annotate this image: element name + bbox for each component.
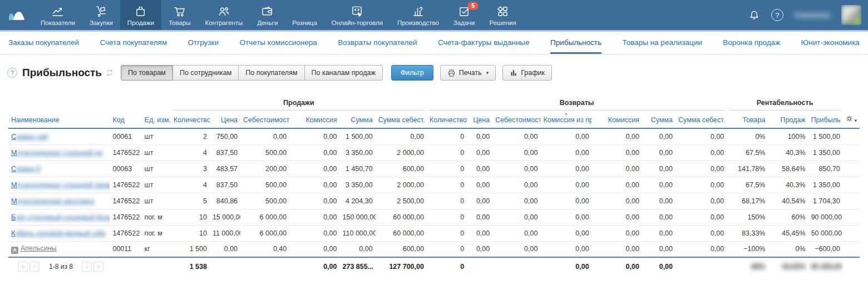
nav-item-goods[interactable]: Товары xyxy=(161,0,198,30)
column-header[interactable]: Сумма xyxy=(339,111,375,128)
value-cell: 0,00 xyxy=(289,144,339,161)
refresh-icon[interactable] xyxy=(106,69,114,77)
nav-item-purchases[interactable]: Закупки xyxy=(82,0,120,30)
column-header[interactable]: Себестоимость xyxy=(492,111,540,128)
print-button[interactable]: Печать ▾ xyxy=(440,65,496,81)
column-header[interactable]: Цена xyxy=(467,111,492,128)
tab-shipments[interactable]: Отгрузки xyxy=(188,32,219,54)
column-header[interactable]: Наименование xyxy=(8,111,110,128)
value-cell: 0,00 xyxy=(675,144,727,161)
item-name-link[interactable]: Металлопрокат стальной пр xyxy=(11,149,102,157)
column-header[interactable]: Сумма себест. xyxy=(376,111,427,128)
tab-goods-on-consignment[interactable]: Товары на реализации xyxy=(622,32,702,54)
value-cell: 45,45% xyxy=(768,225,808,241)
next-page-button[interactable]: › xyxy=(82,262,92,272)
value-cell: 6 000,00 xyxy=(240,225,289,241)
first-page-button[interactable]: « xyxy=(18,262,28,272)
help-icon[interactable]: ? xyxy=(771,9,783,21)
prev-page-button[interactable]: ‹ xyxy=(29,262,40,272)
tab-issued-invoices[interactable]: Счета-фактуры выданные xyxy=(438,32,530,54)
item-name-link[interactable]: Сервиз чай xyxy=(11,133,48,141)
total-value: 0,00 xyxy=(323,263,337,271)
notifications-bell-icon[interactable] xyxy=(748,9,760,21)
item-name-link[interactable]: Сервиз б xyxy=(11,165,41,173)
nav-item-online-trade[interactable]: Онлайн-торговля xyxy=(324,0,390,30)
nav-item-money[interactable]: Деньги xyxy=(250,0,285,30)
total-cell xyxy=(492,257,540,275)
column-header[interactable]: Товара xyxy=(727,111,768,128)
tab-invoices-to-customers[interactable]: Счета покупателям xyxy=(100,32,167,54)
indicators-icon xyxy=(51,4,64,18)
blurred-name-text: еталлическая заготовка xyxy=(17,197,95,205)
value-cell: 0,00 xyxy=(592,225,642,241)
pagination-cell: «‹1-8 из 8›» xyxy=(8,257,171,275)
nav-item-label: Производство xyxy=(397,19,439,26)
value-cell: 0% xyxy=(727,128,768,144)
nav-item-production[interactable]: Производство xyxy=(390,0,446,30)
settings-caret-icon: ▾ xyxy=(854,118,857,123)
value-cell: 11 000,00 xyxy=(210,225,240,241)
value-cell: 0,00 xyxy=(289,128,339,144)
value-cell: 0,00 xyxy=(540,177,591,193)
column-header[interactable]: Сумма себест. xyxy=(675,111,727,128)
filter-button[interactable]: Фильтр xyxy=(391,65,433,81)
column-header[interactable]: Себестоимость xyxy=(240,111,289,128)
column-header[interactable]: Количество xyxy=(427,111,467,128)
chart-button-label: График xyxy=(521,69,545,77)
item-name-link[interactable]: Металлопрокат стальной провод xyxy=(11,181,110,189)
nav-item-retail[interactable]: Розница xyxy=(285,0,324,30)
column-header[interactable]: ▾Комиссия из пр… xyxy=(540,111,591,128)
last-page-button[interactable]: » xyxy=(93,262,103,272)
nav-item-tasks[interactable]: Задачи5 xyxy=(446,0,482,30)
tab-commission-reports[interactable]: Отчеты комиссионера xyxy=(239,32,317,54)
item-name-link[interactable]: Кабель силовой медный гибк xyxy=(11,229,106,237)
moysklad-logo[interactable] xyxy=(0,0,33,30)
chart-button[interactable]: График xyxy=(502,65,552,81)
column-settings-button[interactable]: ▾ xyxy=(843,111,860,128)
spacer-cell xyxy=(843,241,860,257)
view-mode-by-sales-channels[interactable]: По каналам продаж xyxy=(305,65,383,81)
nav-item-sales[interactable]: Продажи xyxy=(120,0,161,30)
tab-unit-economics[interactable]: Юнит-экономика xyxy=(801,32,860,54)
value-cell: 0,00 xyxy=(492,177,540,193)
value-cell: 4 xyxy=(171,177,210,193)
table-row: Брус строганый сосновый большой1476522по… xyxy=(8,209,860,225)
value-cell: 0,00 xyxy=(592,193,642,209)
spacer-cell xyxy=(843,177,860,193)
column-header[interactable]: Сумма xyxy=(642,111,675,128)
nav-item-label: Решения xyxy=(489,19,516,26)
total-cell xyxy=(675,257,727,275)
column-header[interactable]: Комиссия xyxy=(592,111,642,128)
view-mode-by-customers[interactable]: По покупателям xyxy=(239,65,304,81)
account-name-blurred[interactable]: Компания xyxy=(795,11,830,19)
value-cell: 0,00 xyxy=(642,241,675,257)
column-header[interactable]: Количество xyxy=(171,111,210,128)
name-cell: Металлопрокат стальной провод xyxy=(8,177,110,193)
total-cell xyxy=(240,257,289,275)
column-header[interactable]: Продаж xyxy=(768,111,808,128)
nav-item-contractors[interactable]: Контрагенты xyxy=(198,0,250,30)
view-mode-by-goods[interactable]: По товарам xyxy=(121,65,173,81)
column-header[interactable]: Ед. изм. xyxy=(142,111,171,128)
page-help-icon[interactable]: ? xyxy=(7,68,17,78)
tab-customer-returns[interactable]: Возвраты покупателей xyxy=(338,32,417,54)
column-header[interactable]: Комиссия xyxy=(289,111,339,128)
tab-profitability[interactable]: Прибыльность xyxy=(550,32,601,54)
value-cell: −600,00 xyxy=(808,241,843,257)
tab-customer-orders[interactable]: Заказы покупателей xyxy=(8,32,79,54)
view-mode-by-employees[interactable]: По сотрудникам xyxy=(173,65,239,81)
total-cell: 0,00 xyxy=(592,257,642,275)
avatar[interactable] xyxy=(841,5,861,25)
item-name-link[interactable]: Брус строганый сосновый большой xyxy=(11,213,110,221)
total-cell: 95 455,00 xyxy=(808,257,843,275)
tab-sales-funnel[interactable]: Воронка продаж xyxy=(723,32,780,54)
column-header[interactable]: Код xyxy=(110,111,141,128)
item-name-link[interactable]: Металлическая заготовка xyxy=(11,197,94,205)
column-header[interactable]: Цена xyxy=(210,111,240,128)
blurred-name-text: ервиз б xyxy=(16,165,41,173)
item-name-link[interactable]: Апельсины xyxy=(21,244,57,252)
column-header[interactable]: Прибыль xyxy=(808,111,843,128)
nav-item-solutions[interactable]: Решения xyxy=(482,0,523,30)
value-cell: 58,64% xyxy=(768,161,808,177)
nav-item-indicators[interactable]: Показатели xyxy=(33,0,82,30)
